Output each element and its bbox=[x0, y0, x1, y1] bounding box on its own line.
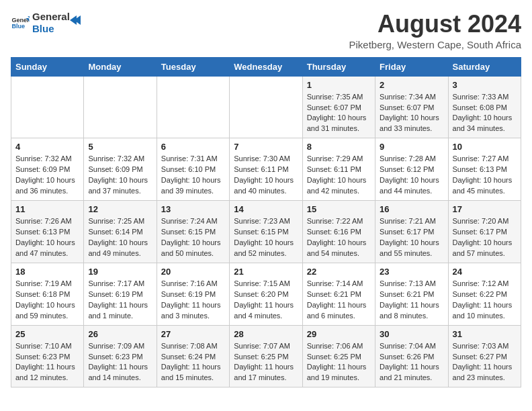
day-number: 22 bbox=[307, 267, 371, 277]
day-number: 28 bbox=[234, 329, 298, 339]
calendar-week-row: 11Sunrise: 7:26 AM Sunset: 6:13 PM Dayli… bbox=[11, 201, 521, 263]
day-detail: Sunrise: 7:04 AM Sunset: 6:26 PM Dayligh… bbox=[380, 341, 443, 384]
day-detail: Sunrise: 7:23 AM Sunset: 6:15 PM Dayligh… bbox=[234, 216, 298, 259]
day-number: 15 bbox=[307, 204, 371, 214]
day-number: 23 bbox=[380, 267, 443, 277]
day-detail: Sunrise: 7:25 AM Sunset: 6:14 PM Dayligh… bbox=[88, 216, 152, 259]
calendar-cell: 26Sunrise: 7:09 AM Sunset: 6:23 PM Dayli… bbox=[84, 325, 157, 387]
day-number: 10 bbox=[453, 142, 517, 152]
day-detail: Sunrise: 7:33 AM Sunset: 6:08 PM Dayligh… bbox=[453, 92, 517, 135]
day-number: 8 bbox=[307, 142, 371, 152]
calendar-cell: 27Sunrise: 7:08 AM Sunset: 6:24 PM Dayli… bbox=[157, 325, 229, 387]
calendar-cell: 6Sunrise: 7:31 AM Sunset: 6:10 PM Daylig… bbox=[157, 138, 229, 201]
day-number: 18 bbox=[15, 267, 79, 277]
location-subtitle: Piketberg, Western Cape, South Africa bbox=[349, 39, 521, 50]
day-number: 30 bbox=[380, 329, 443, 339]
calendar-cell: 12Sunrise: 7:25 AM Sunset: 6:14 PM Dayli… bbox=[84, 201, 157, 263]
calendar-cell: 10Sunrise: 7:27 AM Sunset: 6:13 PM Dayli… bbox=[448, 138, 521, 201]
day-detail: Sunrise: 7:14 AM Sunset: 6:21 PM Dayligh… bbox=[307, 279, 371, 322]
calendar-cell: 8Sunrise: 7:29 AM Sunset: 6:11 PM Daylig… bbox=[302, 138, 375, 201]
day-detail: Sunrise: 7:32 AM Sunset: 6:09 PM Dayligh… bbox=[88, 154, 152, 197]
day-detail: Sunrise: 7:06 AM Sunset: 6:25 PM Dayligh… bbox=[307, 341, 371, 384]
day-detail: Sunrise: 7:10 AM Sunset: 6:23 PM Dayligh… bbox=[15, 341, 79, 384]
svg-text:Blue: Blue bbox=[11, 23, 25, 30]
day-number: 14 bbox=[234, 204, 298, 214]
calendar-cell: 1Sunrise: 7:35 AM Sunset: 6:07 PM Daylig… bbox=[302, 76, 375, 138]
calendar-cell: 22Sunrise: 7:14 AM Sunset: 6:21 PM Dayli… bbox=[302, 263, 375, 325]
day-detail: Sunrise: 7:09 AM Sunset: 6:23 PM Dayligh… bbox=[88, 341, 152, 384]
day-number: 7 bbox=[234, 142, 298, 152]
day-number: 20 bbox=[161, 267, 225, 277]
calendar-table: SundayMondayTuesdayWednesdayThursdayFrid… bbox=[11, 57, 521, 388]
calendar-cell bbox=[157, 76, 229, 138]
calendar-cell: 16Sunrise: 7:21 AM Sunset: 6:17 PM Dayli… bbox=[375, 201, 448, 263]
day-detail: Sunrise: 7:34 AM Sunset: 6:07 PM Dayligh… bbox=[380, 92, 443, 135]
day-number: 31 bbox=[453, 329, 517, 339]
day-number: 13 bbox=[161, 204, 225, 214]
calendar-cell: 18Sunrise: 7:19 AM Sunset: 6:18 PM Dayli… bbox=[11, 263, 84, 325]
calendar-week-row: 18Sunrise: 7:19 AM Sunset: 6:18 PM Dayli… bbox=[11, 263, 521, 325]
calendar-cell: 31Sunrise: 7:03 AM Sunset: 6:27 PM Dayli… bbox=[448, 325, 521, 387]
day-number: 25 bbox=[15, 329, 79, 339]
day-detail: Sunrise: 7:08 AM Sunset: 6:24 PM Dayligh… bbox=[161, 341, 225, 384]
calendar-cell: 30Sunrise: 7:04 AM Sunset: 6:26 PM Dayli… bbox=[375, 325, 448, 387]
day-number: 4 bbox=[15, 142, 79, 152]
calendar-cell bbox=[84, 76, 157, 138]
day-detail: Sunrise: 7:13 AM Sunset: 6:21 PM Dayligh… bbox=[380, 279, 443, 322]
day-detail: Sunrise: 7:21 AM Sunset: 6:17 PM Dayligh… bbox=[380, 216, 443, 259]
calendar-header-row: SundayMondayTuesdayWednesdayThursdayFrid… bbox=[11, 57, 521, 76]
day-detail: Sunrise: 7:07 AM Sunset: 6:25 PM Dayligh… bbox=[234, 341, 298, 384]
day-detail: Sunrise: 7:35 AM Sunset: 6:07 PM Dayligh… bbox=[307, 92, 371, 135]
header-monday: Monday bbox=[84, 57, 157, 76]
day-number: 1 bbox=[307, 80, 371, 90]
calendar-cell: 9Sunrise: 7:28 AM Sunset: 6:12 PM Daylig… bbox=[375, 138, 448, 201]
day-number: 16 bbox=[380, 204, 443, 214]
calendar-cell: 25Sunrise: 7:10 AM Sunset: 6:23 PM Dayli… bbox=[11, 325, 84, 387]
day-detail: Sunrise: 7:17 AM Sunset: 6:19 PM Dayligh… bbox=[88, 279, 152, 322]
calendar-cell bbox=[11, 76, 84, 138]
day-number: 2 bbox=[380, 80, 443, 90]
calendar-cell: 17Sunrise: 7:20 AM Sunset: 6:17 PM Dayli… bbox=[448, 201, 521, 263]
calendar-cell: 3Sunrise: 7:33 AM Sunset: 6:08 PM Daylig… bbox=[448, 76, 521, 138]
day-detail: Sunrise: 7:26 AM Sunset: 6:13 PM Dayligh… bbox=[15, 216, 79, 259]
page-header: General Blue General Blue August 2024 Pi… bbox=[11, 11, 521, 50]
logo: General Blue General Blue bbox=[11, 11, 82, 35]
header-friday: Friday bbox=[375, 57, 448, 76]
day-detail: Sunrise: 7:16 AM Sunset: 6:19 PM Dayligh… bbox=[161, 279, 225, 322]
calendar-cell: 11Sunrise: 7:26 AM Sunset: 6:13 PM Dayli… bbox=[11, 201, 84, 263]
day-detail: Sunrise: 7:32 AM Sunset: 6:09 PM Dayligh… bbox=[15, 154, 79, 197]
calendar-cell: 21Sunrise: 7:15 AM Sunset: 6:20 PM Dayli… bbox=[230, 263, 302, 325]
logo-blue-text: Blue bbox=[32, 23, 70, 35]
day-detail: Sunrise: 7:15 AM Sunset: 6:20 PM Dayligh… bbox=[234, 279, 298, 322]
day-number: 21 bbox=[234, 267, 298, 277]
day-detail: Sunrise: 7:24 AM Sunset: 6:15 PM Dayligh… bbox=[161, 216, 225, 259]
calendar-week-row: 1Sunrise: 7:35 AM Sunset: 6:07 PM Daylig… bbox=[11, 76, 521, 138]
calendar-cell: 24Sunrise: 7:12 AM Sunset: 6:22 PM Dayli… bbox=[448, 263, 521, 325]
calendar-cell: 4Sunrise: 7:32 AM Sunset: 6:09 PM Daylig… bbox=[11, 138, 84, 201]
day-detail: Sunrise: 7:31 AM Sunset: 6:10 PM Dayligh… bbox=[161, 154, 225, 197]
day-detail: Sunrise: 7:22 AM Sunset: 6:16 PM Dayligh… bbox=[307, 216, 371, 259]
calendar-cell: 29Sunrise: 7:06 AM Sunset: 6:25 PM Dayli… bbox=[302, 325, 375, 387]
day-number: 29 bbox=[307, 329, 371, 339]
day-number: 24 bbox=[453, 267, 517, 277]
calendar-cell: 23Sunrise: 7:13 AM Sunset: 6:21 PM Dayli… bbox=[375, 263, 448, 325]
day-detail: Sunrise: 7:28 AM Sunset: 6:12 PM Dayligh… bbox=[380, 154, 443, 197]
day-number: 6 bbox=[161, 142, 225, 152]
month-year-title: August 2024 bbox=[349, 11, 521, 38]
calendar-cell: 13Sunrise: 7:24 AM Sunset: 6:15 PM Dayli… bbox=[157, 201, 229, 263]
day-number: 17 bbox=[453, 204, 517, 214]
day-detail: Sunrise: 7:03 AM Sunset: 6:27 PM Dayligh… bbox=[453, 341, 517, 384]
logo-icon: General Blue bbox=[11, 13, 30, 32]
calendar-cell: 5Sunrise: 7:32 AM Sunset: 6:09 PM Daylig… bbox=[84, 138, 157, 201]
title-block: August 2024 Piketberg, Western Cape, Sou… bbox=[349, 11, 521, 50]
day-number: 11 bbox=[15, 204, 79, 214]
day-number: 3 bbox=[453, 80, 517, 90]
calendar-cell: 14Sunrise: 7:23 AM Sunset: 6:15 PM Dayli… bbox=[230, 201, 302, 263]
calendar-week-row: 25Sunrise: 7:10 AM Sunset: 6:23 PM Dayli… bbox=[11, 325, 521, 387]
logo-general-text: General bbox=[32, 11, 70, 23]
calendar-cell: 28Sunrise: 7:07 AM Sunset: 6:25 PM Dayli… bbox=[230, 325, 302, 387]
day-number: 12 bbox=[88, 204, 152, 214]
calendar-week-row: 4Sunrise: 7:32 AM Sunset: 6:09 PM Daylig… bbox=[11, 138, 521, 201]
header-tuesday: Tuesday bbox=[157, 57, 229, 76]
day-number: 19 bbox=[88, 267, 152, 277]
